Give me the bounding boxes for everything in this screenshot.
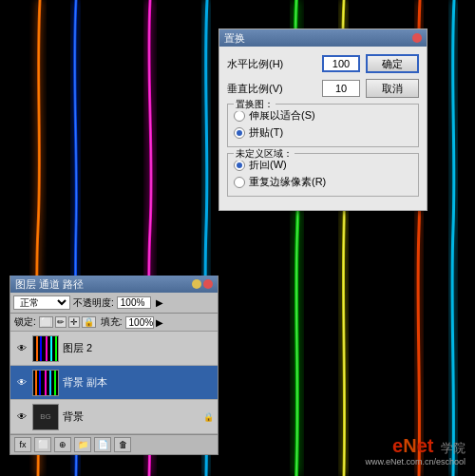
dialog-body: 水平比例(H) 确定 垂直比例(V) 取消 置换图： 伸展以适合(S) 拼贴(T… <box>219 47 427 210</box>
layers-panel-title: 图层 通道 路径 <box>15 277 84 292</box>
layers-bottom-toolbar: fx ⬜ ⊕ 📁 📄 🗑 <box>10 434 218 454</box>
bg-name: 背景 <box>63 409 202 424</box>
blend-mode-select[interactable]: 正常 <box>13 295 70 310</box>
layers-list: 👁 图层 2 👁 <box>10 332 218 434</box>
radio-wrap[interactable] <box>234 160 245 171</box>
layer-eye-layer2[interactable]: 👁 <box>14 341 29 356</box>
layer2-thumb <box>33 336 58 361</box>
layers-lock-row: 锁定: ⬜ ✏ ✛ 🔒 填充: 100% ▶ <box>10 314 218 332</box>
layer-eye-bgcopy[interactable]: 👁 <box>14 375 29 390</box>
enet-url: www.eNet.com.cn/eschool <box>365 457 466 466</box>
ok-button[interactable]: 确定 <box>366 54 419 73</box>
layer-thumbnail-bg: BG <box>32 404 59 430</box>
horizontal-input[interactable] <box>322 55 360 72</box>
enet-logo: eNet 学院 <box>392 435 466 457</box>
layer-delete-button[interactable]: 🗑 <box>114 437 131 452</box>
dialog-title: 置换 <box>224 31 245 46</box>
bgcopy-name: 背景 副本 <box>63 375 214 390</box>
lock-transparency-icon[interactable]: ⬜ <box>39 316 53 328</box>
group1-label: 置换图： <box>234 98 276 111</box>
layers-panel-titlebar: 图层 通道 路径 <box>10 276 218 293</box>
radio-tile-label: 拼贴(T) <box>249 125 283 140</box>
opacity-label: 不透明度: <box>73 296 114 310</box>
bg-lock-icon: 🔒 <box>202 411 214 423</box>
layer-eye-bg[interactable]: 👁 <box>14 409 29 425</box>
layer-new-button[interactable]: 📄 <box>94 437 111 452</box>
radio-repeat-label: 重复边缘像素(R) <box>249 175 326 189</box>
vertical-input[interactable] <box>322 80 360 97</box>
layer-thumbnail-layer2 <box>32 335 59 362</box>
radio-repeat-row[interactable]: 重复边缘像素(R) <box>234 175 412 189</box>
layer-item-bg[interactable]: 👁 BG 背景 🔒 <box>10 400 218 434</box>
layer-item-bg-copy[interactable]: 👁 背景 副本 <box>10 366 218 400</box>
fill-label: 填充: <box>101 315 123 329</box>
radio-stretch[interactable] <box>234 110 245 122</box>
fill-arrow[interactable]: ▶ <box>156 317 163 328</box>
radio-tile-row[interactable]: 拼贴(T) <box>234 125 412 140</box>
layers-mode-row: 正常 不透明度: 100% ▶ <box>10 293 218 314</box>
radio-tile[interactable] <box>234 127 245 139</box>
layer-mask-button[interactable]: ⬜ <box>34 437 51 452</box>
layers-close-button[interactable] <box>203 279 213 289</box>
lock-paint-icon[interactable]: ✏ <box>55 316 66 328</box>
vertical-label: 垂直比例(V) <box>227 82 322 96</box>
horizontal-row: 水平比例(H) 确定 <box>227 54 419 73</box>
radio-repeat[interactable] <box>234 177 245 188</box>
lock-move-icon[interactable]: ✛ <box>68 316 80 328</box>
layer-item-layer2[interactable]: 👁 图层 2 <box>10 332 218 366</box>
layer2-name: 图层 2 <box>63 341 214 355</box>
dialog-close-button[interactable] <box>412 33 422 43</box>
fill-value[interactable]: 100% <box>125 316 154 329</box>
group-zhihuantu: 置换图： 伸展以适合(S) 拼贴(T) <box>227 104 419 147</box>
opacity-arrow[interactable]: ▶ <box>156 297 163 308</box>
group-undefined: 未定义区域： 折回(W) 重复边缘像素(R) <box>227 153 419 197</box>
layer-thumbnail-bgcopy <box>32 370 59 396</box>
horizontal-label: 水平比例(H) <box>227 57 322 71</box>
dialog-zhihuan: 置换 水平比例(H) 确定 垂直比例(V) 取消 置换图： 伸展以适合(S) 拼… <box>218 29 428 211</box>
dialog-titlebar: 置换 <box>219 29 427 47</box>
layer-group-button[interactable]: 📁 <box>74 437 91 452</box>
lock-icons: ⬜ ✏ ✛ 🔒 <box>39 316 96 328</box>
layers-panel: 图层 通道 路径 正常 不透明度: 100% ▶ 锁定: ⬜ ✏ ✛ 🔒 填充:… <box>10 276 218 455</box>
cancel-button[interactable]: 取消 <box>366 79 419 98</box>
opacity-value[interactable]: 100% <box>117 296 151 309</box>
vertical-row: 垂直比例(V) 取消 <box>227 79 419 98</box>
lock-label: 锁定: <box>14 315 36 329</box>
lock-all-icon[interactable]: 🔒 <box>82 316 96 328</box>
layer-adjustment-button[interactable]: ⊕ <box>54 437 71 452</box>
layer-style-button[interactable]: fx <box>14 437 31 452</box>
layers-min-button[interactable] <box>192 279 201 289</box>
group2-label: 未定义区域： <box>234 147 294 161</box>
bgcopy-thumb <box>33 371 58 395</box>
